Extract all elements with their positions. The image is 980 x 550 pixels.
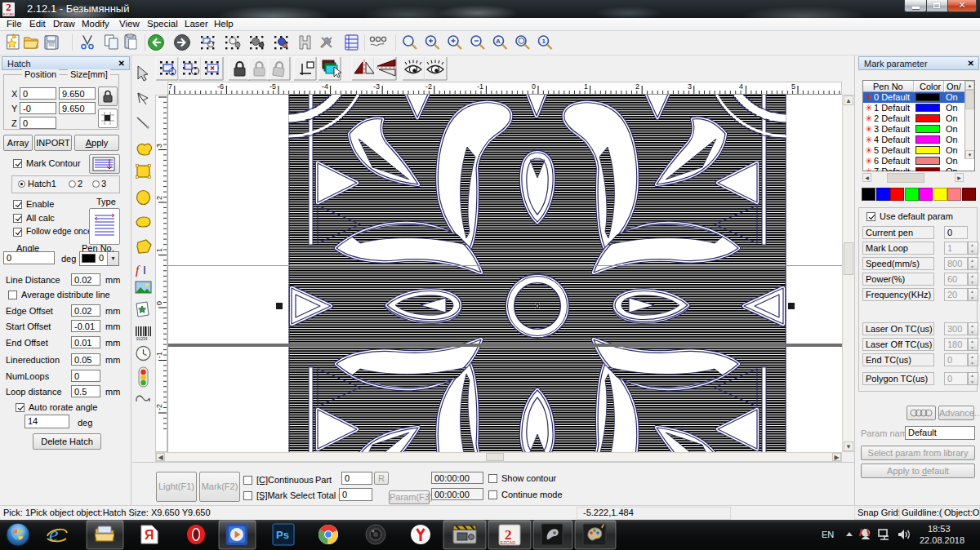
svg-text:EZCAD: EZCAD: [501, 540, 516, 545]
svg-text:3: 3: [688, 82, 692, 91]
svg-text:01234: 01234: [136, 337, 148, 341]
svg-text:1: 1: [584, 82, 588, 91]
svg-text:5: 5: [791, 82, 795, 91]
svg-text:2: 2: [635, 82, 639, 91]
svg-text:1: 1: [542, 38, 546, 45]
svg-text:I: I: [143, 264, 146, 277]
svg-text:e: e: [49, 522, 59, 546]
svg-text:-1: -1: [477, 82, 483, 91]
svg-text:22.08.2018: 22.08.2018: [920, 535, 964, 545]
svg-text:-4: -4: [322, 82, 328, 91]
svg-text:-7: -7: [168, 82, 172, 91]
svg-text:0: 0: [532, 82, 536, 91]
svg-text:-2: -2: [156, 404, 163, 410]
svg-text:0: 0: [156, 301, 163, 305]
svg-text:Ps: Ps: [276, 529, 289, 541]
svg-text:18:53: 18:53: [928, 524, 951, 534]
svg-text:1: 1: [156, 248, 163, 252]
svg-text:-6: -6: [217, 82, 224, 91]
svg-text:Я: Я: [145, 528, 154, 542]
svg-text:A: A: [496, 38, 501, 45]
svg-text:-5: -5: [270, 82, 276, 91]
svg-text:4: 4: [739, 82, 743, 91]
svg-text:2: 2: [156, 196, 163, 200]
svg-text:-3: -3: [373, 82, 380, 91]
svg-text:3: 3: [156, 144, 163, 148]
svg-text:f: f: [136, 264, 140, 277]
svg-text:-2: -2: [425, 82, 432, 91]
svg-text:EN: EN: [822, 530, 834, 539]
svg-text:-1: -1: [156, 352, 163, 358]
